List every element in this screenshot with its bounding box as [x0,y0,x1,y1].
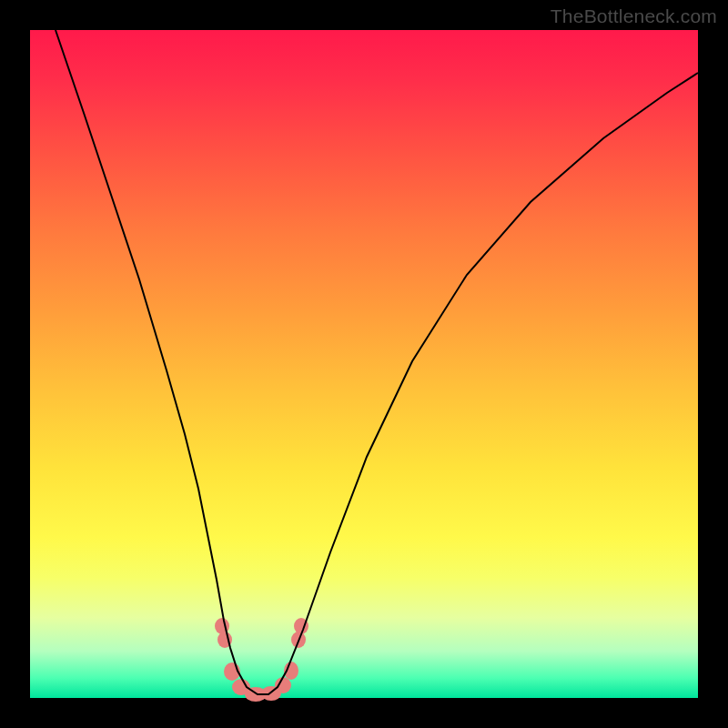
chart-frame: TheBottleneck.com [0,0,728,728]
markers-group [215,618,308,702]
chart-plot-area [30,30,698,698]
bottleneck-curve [56,30,698,694]
watermark-text: TheBottleneck.com [551,5,717,27]
curve-marker [275,677,291,693]
chart-svg [30,30,698,698]
